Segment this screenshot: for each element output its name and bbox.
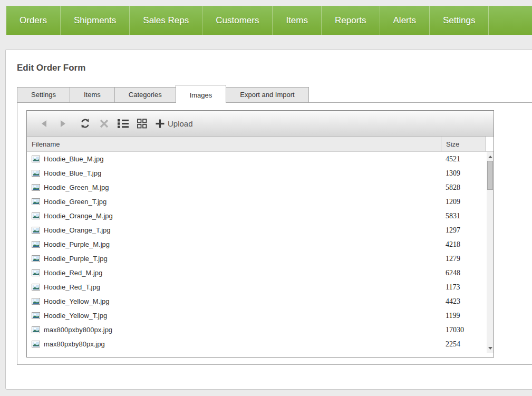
scrollbar-thumb[interactable] bbox=[487, 161, 493, 190]
file-name: Hoodie_Red_M.jpg bbox=[44, 269, 102, 277]
grid-header: Filename Size bbox=[27, 137, 494, 152]
file-row[interactable]: Hoodie_Red_M.jpg 6248 bbox=[27, 266, 494, 280]
image-file-icon bbox=[32, 298, 40, 305]
file-size: 4423 bbox=[446, 297, 460, 306]
page-title: Edit Order Form bbox=[17, 63, 532, 73]
file-size: 17030 bbox=[446, 326, 464, 334]
tab-strip: Settings Items Categories Images Export … bbox=[17, 84, 532, 103]
file-name: max80pxby80px.jpg bbox=[44, 340, 105, 348]
file-size: 2254 bbox=[446, 340, 460, 349]
scroll-up-button[interactable] bbox=[487, 153, 494, 160]
file-row[interactable]: Hoodie_Yellow_M.jpg 4423 bbox=[27, 294, 494, 308]
app-window: Orders Shipments Sales Reps Customers It… bbox=[0, 0, 532, 396]
file-row[interactable]: Hoodie_Red_T.jpg 1173 bbox=[27, 280, 494, 294]
column-header-spacer bbox=[486, 137, 494, 151]
content-panel: Edit Order Form Settings Items Categorie… bbox=[5, 49, 532, 390]
image-file-icon bbox=[32, 170, 40, 177]
file-size: 4521 bbox=[446, 155, 460, 163]
file-size: 1199 bbox=[446, 312, 460, 320]
file-row[interactable]: Hoodie_Blue_M.jpg 4521 bbox=[27, 152, 494, 166]
image-file-icon bbox=[32, 198, 40, 205]
file-name: max800pxby800px.jpg bbox=[44, 326, 112, 334]
nav-item[interactable]: Shipments bbox=[61, 6, 130, 35]
file-size: 5828 bbox=[446, 183, 460, 192]
file-name: Hoodie_Yellow_T.jpg bbox=[44, 312, 107, 320]
scroll-down-icon bbox=[488, 347, 492, 350]
back-button[interactable] bbox=[38, 117, 50, 130]
delete-icon bbox=[99, 119, 109, 129]
delete-button[interactable] bbox=[98, 117, 110, 130]
file-browser-toolbar: Upload bbox=[27, 111, 494, 137]
tab[interactable]: Settings bbox=[17, 87, 70, 102]
file-row[interactable]: Hoodie_Yellow_T.jpg 1199 bbox=[27, 308, 494, 323]
image-file-icon bbox=[32, 255, 40, 262]
grid-view-button[interactable] bbox=[136, 117, 148, 130]
image-file-icon bbox=[32, 184, 40, 191]
file-size: 4218 bbox=[446, 240, 460, 249]
grid-view-icon bbox=[137, 119, 147, 129]
file-size: 1297 bbox=[446, 226, 460, 235]
file-name: Hoodie_Blue_M.jpg bbox=[44, 155, 103, 163]
file-name: Hoodie_Orange_M.jpg bbox=[44, 212, 113, 220]
upload-button[interactable]: Upload bbox=[155, 119, 193, 129]
file-row[interactable]: Hoodie_Green_T.jpg 1209 bbox=[27, 195, 494, 209]
file-row[interactable]: Hoodie_Purple_T.jpg 1279 bbox=[27, 252, 494, 266]
tab[interactable]: Images bbox=[176, 85, 227, 103]
image-file-icon bbox=[32, 312, 40, 319]
file-size: 1309 bbox=[446, 169, 460, 178]
file-size: 6248 bbox=[446, 269, 460, 277]
file-name: Hoodie_Purple_M.jpg bbox=[44, 240, 110, 248]
image-file-icon bbox=[32, 341, 40, 347]
image-file-icon bbox=[32, 284, 40, 291]
nav-item[interactable]: Alerts bbox=[380, 6, 430, 35]
file-row[interactable]: Hoodie_Green_M.jpg 5828 bbox=[27, 180, 494, 195]
list-view-icon bbox=[118, 119, 129, 128]
nav-item[interactable]: Orders bbox=[6, 6, 61, 35]
vertical-scrollbar[interactable] bbox=[487, 152, 494, 353]
back-icon bbox=[41, 120, 47, 128]
file-row[interactable]: Hoodie_Orange_T.jpg 1297 bbox=[27, 223, 494, 237]
image-file-icon bbox=[32, 326, 40, 333]
file-row[interactable]: max800pxby800px.jpg 17030 bbox=[27, 323, 494, 337]
refresh-icon bbox=[80, 118, 91, 129]
image-file-icon bbox=[32, 269, 40, 276]
image-file-icon bbox=[32, 156, 40, 162]
image-file-icon bbox=[32, 241, 40, 248]
file-row[interactable]: Hoodie_Orange_M.jpg 5831 bbox=[27, 209, 494, 223]
column-header-filename[interactable]: Filename bbox=[27, 137, 441, 151]
image-file-icon bbox=[32, 227, 40, 234]
file-browser: Upload Filename Size bbox=[26, 110, 494, 358]
tab[interactable]: Export and Import bbox=[226, 87, 308, 102]
nav-item[interactable]: Settings bbox=[430, 6, 489, 35]
tab[interactable]: Categories bbox=[114, 87, 176, 102]
column-header-size[interactable]: Size bbox=[441, 137, 486, 151]
nav-item[interactable]: Reports bbox=[322, 6, 380, 35]
file-name: Hoodie_Orange_T.jpg bbox=[44, 226, 110, 234]
file-name: Hoodie_Yellow_M.jpg bbox=[44, 297, 110, 305]
file-name: Hoodie_Purple_T.jpg bbox=[44, 255, 108, 263]
nav-item[interactable]: Customers bbox=[202, 6, 273, 35]
file-name: Hoodie_Blue_T.jpg bbox=[44, 169, 101, 177]
images-tab-panel: Upload Filename Size bbox=[17, 103, 532, 365]
file-size: 1279 bbox=[446, 255, 460, 263]
scroll-down-button[interactable] bbox=[487, 344, 494, 352]
file-size: 5831 bbox=[446, 212, 460, 220]
refresh-button[interactable] bbox=[79, 117, 91, 130]
image-file-icon bbox=[32, 213, 40, 219]
file-name: Hoodie_Green_T.jpg bbox=[44, 198, 107, 206]
forward-icon bbox=[60, 120, 66, 128]
file-name: Hoodie_Green_M.jpg bbox=[44, 183, 109, 191]
file-row[interactable]: Hoodie_Purple_M.jpg 4218 bbox=[27, 237, 494, 252]
forward-button[interactable] bbox=[57, 117, 69, 130]
list-view-button[interactable] bbox=[117, 117, 129, 130]
upload-button-label: Upload bbox=[168, 119, 193, 128]
nav-item[interactable]: Items bbox=[273, 6, 322, 35]
plus-icon bbox=[155, 119, 165, 129]
file-name: Hoodie_Red_T.jpg bbox=[44, 283, 100, 291]
nav-item[interactable]: Sales Reps bbox=[130, 6, 202, 35]
file-row[interactable]: max80pxby80px.jpg 2254 bbox=[27, 337, 494, 351]
file-list: Hoodie_Blue_M.jpg 4521 bbox=[27, 152, 494, 357]
file-row[interactable]: Hoodie_Blue_T.jpg 1309 bbox=[27, 166, 494, 180]
scroll-up-icon bbox=[488, 156, 492, 158]
tab[interactable]: Items bbox=[70, 87, 115, 102]
